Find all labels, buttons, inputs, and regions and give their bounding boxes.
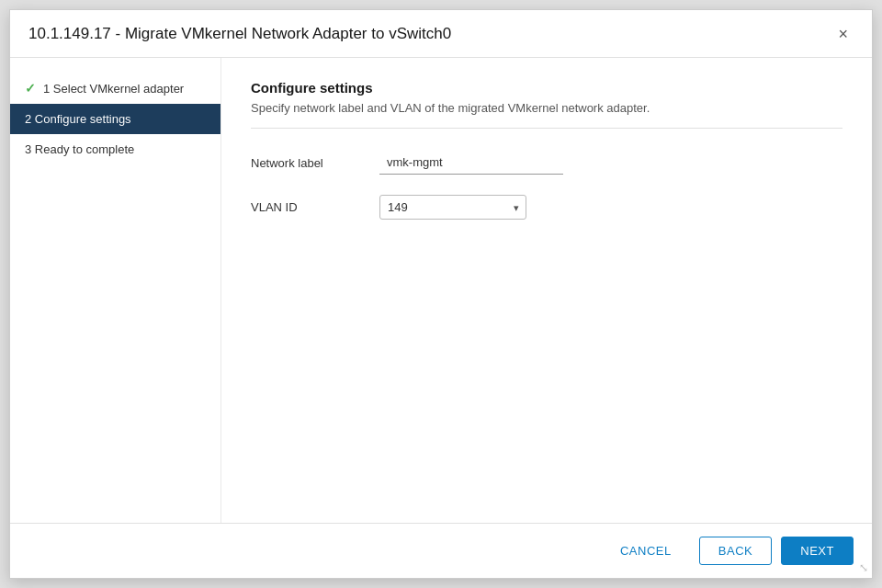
checkmark-icon: ✓	[25, 81, 36, 96]
close-button[interactable]: ×	[832, 22, 854, 46]
cancel-button[interactable]: CANCEL	[602, 537, 690, 564]
sidebar-item-step3[interactable]: 3 Ready to complete	[10, 134, 220, 164]
sidebar-item-step1[interactable]: ✓ 1 Select VMkernel adapter	[10, 73, 220, 104]
sidebar: ✓ 1 Select VMkernel adapter 2 Configure …	[10, 58, 221, 523]
network-label-input[interactable]	[379, 151, 563, 175]
sidebar-step3-label: 3 Ready to complete	[25, 142, 134, 156]
titlebar: 10.1.149.17 - Migrate VMkernel Network A…	[10, 10, 872, 58]
section-description: Specify network label and VLAN of the mi…	[251, 101, 842, 129]
resize-handle: ⤡	[859, 561, 868, 574]
main-content: Configure settings Specify network label…	[221, 58, 872, 523]
network-label-row: Network label	[251, 151, 842, 175]
back-button[interactable]: BACK	[699, 537, 772, 565]
network-label-label: Network label	[251, 156, 379, 170]
dialog-footer: CANCEL BACK NEXT	[10, 523, 872, 578]
sidebar-item-step2[interactable]: 2 Configure settings	[10, 104, 220, 134]
migrate-dialog: 10.1.149.17 - Migrate VMkernel Network A…	[9, 9, 873, 579]
vlan-id-select[interactable]: 149 0 100 200	[379, 195, 526, 220]
vlan-id-select-wrapper: 149 0 100 200 ▾	[379, 195, 526, 220]
dialog-title: 10.1.149.17 - Migrate VMkernel Network A…	[28, 25, 451, 43]
vlan-id-row: VLAN ID 149 0 100 200 ▾	[251, 195, 842, 220]
dialog-body: ✓ 1 Select VMkernel adapter 2 Configure …	[10, 58, 872, 523]
next-button[interactable]: NEXT	[781, 537, 854, 565]
sidebar-step1-label: 1 Select VMkernel adapter	[43, 82, 184, 96]
section-title: Configure settings	[251, 80, 842, 96]
sidebar-step2-label: 2 Configure settings	[25, 112, 131, 126]
vlan-id-label: VLAN ID	[251, 200, 379, 214]
